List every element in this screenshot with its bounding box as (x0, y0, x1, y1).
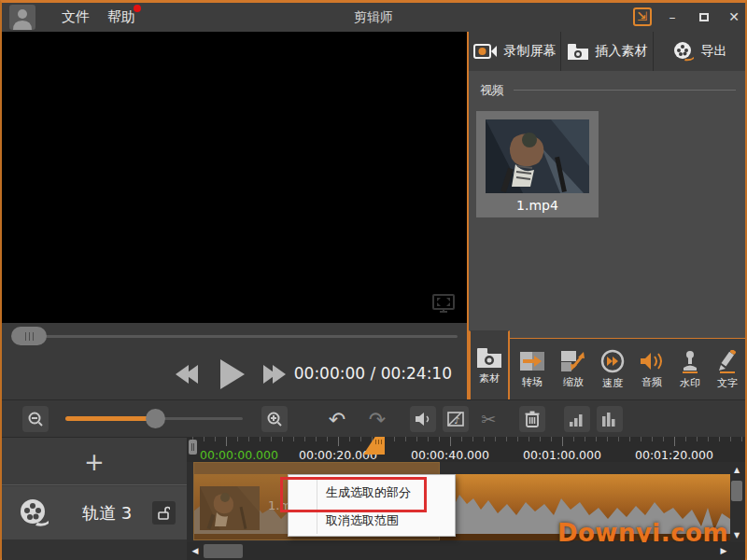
svg-text:♪: ♪ (454, 415, 459, 426)
ruler-label-3: 00:01:00.000 (506, 448, 618, 462)
minimize-button[interactable]: – (661, 7, 684, 27)
promo-icon[interactable]: ⇲ (633, 7, 652, 26)
timeline-zoom-slider[interactable] (65, 417, 243, 420)
fullscreen-icon[interactable] (431, 293, 456, 315)
fast-forward-button[interactable] (267, 365, 286, 387)
histogram-bars-icon-button[interactable] (597, 406, 623, 432)
category-tabs-row: 素材 转场 (469, 338, 745, 399)
ruler-start-icon (189, 440, 197, 455)
zoom-out-button[interactable] (22, 406, 49, 432)
lock-track-button[interactable] (152, 501, 176, 525)
close-button[interactable]: ✕ (723, 7, 745, 27)
tab-text[interactable]: 文字 (710, 339, 745, 400)
track-header[interactable]: 轨道 3 (2, 486, 187, 539)
material-folder-camera-icon (475, 346, 503, 369)
maximize-icon (699, 13, 709, 21)
clip-media-button[interactable]: ♪ (443, 406, 469, 432)
slider-knob[interactable] (146, 409, 165, 428)
scroll-up-arrow-icon[interactable]: ▲ (730, 465, 743, 476)
timeline-toolbar: ↶ ↷ ♪ ✂ (2, 399, 745, 437)
film-reel-icon (672, 41, 695, 62)
folder-camera-icon (567, 43, 589, 61)
volume-button[interactable] (410, 406, 436, 432)
insert-material-button[interactable]: 插入素材 (561, 32, 654, 71)
tab-material-label: 素材 (479, 371, 500, 385)
timeline-area: 00:00:00.000 00:00:20.000 00:00:40.000 0… (187, 437, 745, 560)
rewind-button[interactable] (176, 365, 194, 387)
vertical-scroll-handle[interactable] (731, 481, 742, 501)
add-track-button[interactable]: + (2, 439, 187, 485)
action-buttons-row: 录制屏幕 插入素材 (469, 32, 745, 71)
tab-speed[interactable]: 速度 (594, 339, 631, 400)
equalizer-bars-icon-button[interactable] (564, 406, 590, 432)
right-panel: 录制屏幕 插入素材 (467, 32, 745, 399)
record-screen-label: 录制屏幕 (504, 43, 557, 60)
tab-transition-label: 转场 (522, 375, 543, 389)
slider-fill (65, 416, 154, 421)
ruler-label-4: 00:01:20.000 (618, 448, 730, 462)
scale-arrow-icon (560, 350, 586, 372)
track-film-reel-icon (19, 498, 50, 528)
export-label: 导出 (701, 43, 727, 60)
timeline-left-panel: + 轨道 3 (2, 437, 187, 560)
title-bar: 文件 帮助 剪辑师 ⇲ – ✕ (2, 3, 745, 32)
maximize-button[interactable] (693, 7, 715, 27)
scroll-left-arrow-icon[interactable]: ◀ (189, 542, 202, 560)
play-button[interactable] (220, 359, 245, 389)
undo-button[interactable]: ↶ (324, 406, 350, 432)
app-window: 文件 帮助 剪辑师 ⇲ – ✕ 00:00:00 / 00:24:10 (0, 0, 747, 560)
tab-watermark-label: 水印 (680, 376, 700, 390)
tab-transition[interactable]: 转场 (514, 339, 551, 400)
media-item-name: 1.mp4 (476, 198, 599, 213)
scroll-down-arrow-icon[interactable]: ▼ (730, 530, 743, 541)
ruler-label-0: 00:00:00.000 (200, 448, 278, 462)
time-display: 00:00:00 / 00:24:10 (294, 364, 452, 383)
export-button[interactable]: 导出 (654, 32, 745, 71)
watermark-stamp-icon (679, 350, 701, 373)
transition-arrow-icon (519, 350, 545, 372)
record-camera-icon (473, 43, 498, 60)
timeline-left-footer (2, 539, 187, 560)
text-pencil-icon (716, 350, 739, 373)
tab-material[interactable]: 素材 (469, 330, 510, 400)
video-preview[interactable] (2, 32, 467, 323)
library-section-divider (514, 90, 736, 91)
scroll-right-arrow-icon[interactable]: ▶ (717, 542, 730, 560)
tab-text-label: 文字 (717, 376, 738, 390)
track-name: 轨道 3 (82, 502, 132, 525)
cut-scissors-button[interactable]: ✂ (475, 406, 501, 432)
tab-watermark[interactable]: 水印 (672, 339, 708, 400)
media-thumbnail (486, 119, 589, 193)
delete-button[interactable] (519, 406, 545, 432)
seek-bar-row (2, 323, 467, 350)
red-highlight-annotation (280, 477, 427, 512)
record-screen-button[interactable]: 录制屏幕 (469, 32, 561, 71)
insert-material-label: 插入素材 (596, 43, 648, 60)
tab-audio-label: 音频 (641, 375, 662, 389)
tab-speed-label: 速度 (602, 376, 623, 390)
media-item-card[interactable]: 1.mp4 (476, 111, 599, 217)
seek-handle[interactable] (11, 327, 47, 345)
tab-scale-label: 缩放 (563, 375, 584, 389)
library-section-label: 视频 (480, 82, 504, 99)
ruler-label-2: 00:00:40.000 (394, 448, 506, 462)
zoom-in-button[interactable] (261, 406, 288, 432)
tab-audio[interactable]: 音频 (633, 339, 670, 400)
seek-track[interactable] (15, 335, 458, 338)
tab-scale[interactable]: 缩放 (555, 339, 592, 400)
audio-speaker-icon (639, 350, 665, 372)
vertical-scrollbar[interactable]: ▲ ▼ (730, 465, 743, 541)
timeline-ruler[interactable]: 00:00:00.000 00:00:20.000 00:00:40.000 0… (187, 437, 745, 462)
redo-button[interactable]: ↷ (364, 406, 390, 432)
speed-circle-icon (600, 349, 625, 373)
transport-controls: 00:00:00 / 00:24:10 (2, 350, 467, 399)
horizontal-scrollbar[interactable]: ◀ ▶ (187, 542, 745, 560)
horizontal-scroll-handle[interactable] (204, 544, 243, 558)
